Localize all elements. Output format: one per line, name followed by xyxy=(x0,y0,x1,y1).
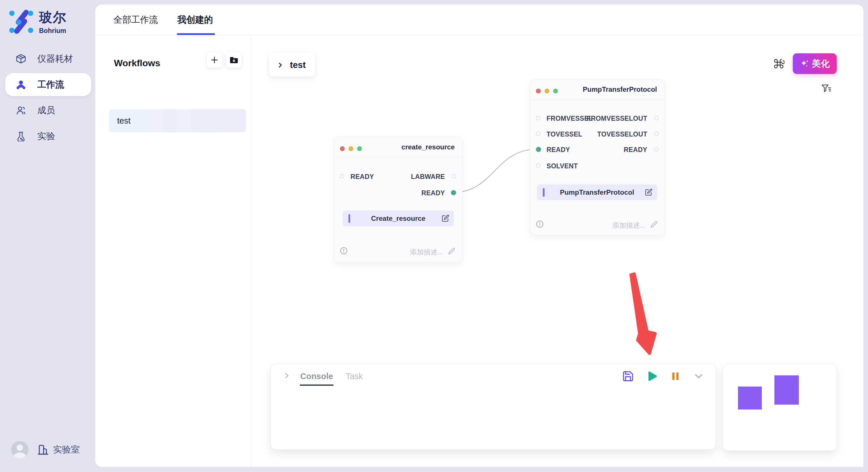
port-in-fromvessel[interactable] xyxy=(536,116,540,120)
breadcrumb-label: test xyxy=(290,60,306,70)
pencil-icon[interactable] xyxy=(650,221,658,229)
info-icon[interactable] xyxy=(340,247,348,256)
dot-yellow xyxy=(545,89,549,94)
task-tab[interactable]: Task xyxy=(346,372,363,381)
port-out-ready[interactable] xyxy=(654,147,658,151)
sidebar-item-label: 实验 xyxy=(37,130,55,142)
pill-label: PumpTransferProtocol xyxy=(537,189,657,196)
port-in-ready[interactable] xyxy=(340,174,344,178)
description-placeholder[interactable]: 添加描述... xyxy=(612,221,646,230)
breadcrumb[interactable]: test xyxy=(269,53,315,76)
port-label: TOVESSEL xyxy=(547,131,582,138)
collapse-button[interactable] xyxy=(693,370,705,382)
filter-button[interactable] xyxy=(820,82,833,95)
pill-label: Create_resource xyxy=(343,214,454,223)
pause-button[interactable] xyxy=(670,370,681,382)
workflow-list-item[interactable]: test xyxy=(109,109,246,132)
save-button[interactable] xyxy=(622,370,634,382)
dot-red xyxy=(536,89,541,94)
import-workflow-button[interactable] xyxy=(226,52,242,68)
play-icon xyxy=(646,370,658,382)
edit-icon[interactable] xyxy=(442,214,449,223)
port-out-labware[interactable] xyxy=(452,174,456,178)
tab-all-workflows[interactable]: 全部工作流 xyxy=(113,5,158,35)
sidebar-footer: 实验室 xyxy=(11,441,80,458)
minimap[interactable] xyxy=(723,364,837,451)
dot-green xyxy=(357,146,362,151)
sidebar-item-workflows[interactable]: 工作流 xyxy=(5,73,91,96)
minimap-node-pump-transfer xyxy=(774,375,799,405)
node-create-resource[interactable]: create_resource READY LABWARE READY xyxy=(334,137,462,262)
workflows-list-panel: Workflows test xyxy=(95,35,251,467)
console-panel: Console Task xyxy=(271,364,716,450)
command-icon xyxy=(773,58,784,69)
port-in-solvent[interactable] xyxy=(536,164,540,168)
user-avatar[interactable] xyxy=(11,441,28,458)
experiment-icon xyxy=(16,131,26,142)
port-out-fromvesselout[interactable] xyxy=(654,116,658,120)
sidebar-item-instruments[interactable]: 仪器耗材 xyxy=(5,47,91,70)
console-expand-chevron-icon[interactable] xyxy=(283,372,290,380)
node-footer: 添加描述... xyxy=(334,247,462,256)
port-in-tovessel[interactable] xyxy=(536,132,540,136)
workflow-icon xyxy=(16,79,26,90)
port-label: READY xyxy=(422,189,445,197)
run-button[interactable] xyxy=(646,370,658,382)
port-label: READY xyxy=(547,146,570,154)
bohrium-workflow-app: 玻尔 Bohrium 仪器耗材 xyxy=(0,0,868,472)
lab-switcher[interactable]: 实验室 xyxy=(37,443,80,456)
node-header: PumpTransferProtocol xyxy=(530,80,664,100)
lab-label: 实验室 xyxy=(53,444,80,456)
port-label: READY xyxy=(624,146,647,154)
node-action-pill[interactable]: PumpTransferProtocol xyxy=(537,184,657,200)
dot-red xyxy=(340,146,345,151)
edit-icon[interactable] xyxy=(645,189,652,197)
brand-title: 玻尔 xyxy=(39,9,67,26)
port-label: READY xyxy=(350,173,374,181)
port-label: FROMVESSEL xyxy=(547,115,593,123)
dot-yellow xyxy=(348,146,353,151)
workflows-panel-title: Workflows xyxy=(114,58,160,69)
folder-download-icon xyxy=(229,55,239,65)
pencil-icon[interactable] xyxy=(448,247,455,256)
sidebar-item-label: 工作流 xyxy=(37,78,64,91)
layout-command-button[interactable] xyxy=(772,57,786,71)
pause-icon xyxy=(670,370,681,382)
sidebar-menu: 仪器耗材 工作流 成员 xyxy=(5,47,91,150)
bohrium-logo-icon xyxy=(9,9,34,34)
minimap-node-create-resource xyxy=(738,386,762,409)
info-icon[interactable] xyxy=(536,220,544,229)
building-icon xyxy=(37,443,49,456)
console-header: Console Task xyxy=(271,364,716,388)
node-header: create_resource xyxy=(334,137,462,158)
port-in-ready[interactable] xyxy=(536,147,541,152)
port-label: TOVESSELOUT xyxy=(597,131,647,138)
port-out-tovesselout[interactable] xyxy=(654,132,658,136)
traffic-dots xyxy=(536,89,558,94)
workspace-tabbar: 全部工作流 我创建的 xyxy=(95,5,863,35)
dot-green xyxy=(553,89,558,94)
node-footer: 添加描述... xyxy=(530,220,664,229)
sidebar-item-label: 成员 xyxy=(37,104,55,116)
brand-logo: 玻尔 Bohrium xyxy=(9,9,67,35)
brand-subtitle: Bohrium xyxy=(39,27,67,35)
sparkles-icon xyxy=(800,59,809,68)
filter-funnel-icon xyxy=(820,83,832,95)
node-action-pill[interactable]: Create_resource xyxy=(343,210,454,226)
chevron-down-icon xyxy=(693,370,705,382)
port-label: FROMVESSELOUT xyxy=(587,115,647,123)
sidebar: 玻尔 Bohrium 仪器耗材 xyxy=(0,0,95,472)
tab-my-created[interactable]: 我创建的 xyxy=(177,5,213,35)
plus-icon xyxy=(210,56,219,64)
beautify-button[interactable]: 美化 xyxy=(793,53,837,74)
members-icon xyxy=(16,105,26,116)
description-placeholder[interactable]: 添加描述... xyxy=(410,247,443,257)
node-pump-transfer-protocol[interactable]: PumpTransferProtocol FROMVESSEL FROMVESS… xyxy=(530,79,665,235)
beautify-label: 美化 xyxy=(812,58,830,70)
port-out-ready[interactable] xyxy=(451,190,456,195)
console-tab[interactable]: Console xyxy=(300,372,333,381)
sidebar-item-experiments[interactable]: 实验 xyxy=(5,125,91,148)
add-workflow-button[interactable] xyxy=(207,52,222,68)
sidebar-item-members[interactable]: 成员 xyxy=(5,99,91,122)
port-label: SOLVENT xyxy=(547,162,578,170)
